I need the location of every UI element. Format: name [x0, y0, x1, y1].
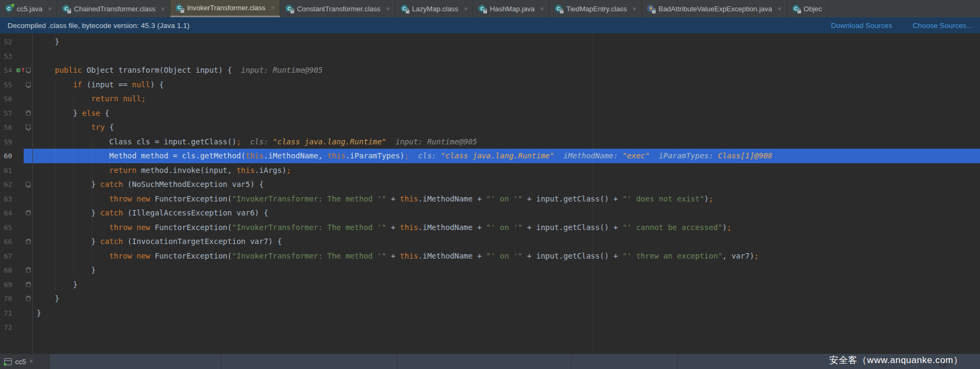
code-line-57[interactable]: 57 } else {: [0, 106, 980, 121]
tab-close-icon[interactable]: ×: [540, 5, 544, 13]
line-number: 70: [4, 295, 12, 303]
code-line-61[interactable]: 61 return method.invoke(input, this.iArg…: [0, 163, 980, 178]
gutter-line-60: 60: [0, 149, 32, 163]
code-line-64[interactable]: 64 } catch (IllegalAccessException var6)…: [0, 206, 980, 220]
fold-end-icon[interactable]: [26, 282, 31, 287]
code-line-62[interactable]: 62 } catch (NoSuchMethodException var5) …: [0, 177, 980, 192]
code-lines: 52 }5354↑ public Object transform(Object…: [0, 33, 980, 335]
bar-divider: [571, 354, 572, 369]
gutter-line-72: 72: [0, 320, 32, 335]
code-text: try {: [32, 120, 114, 135]
choose-sources-link[interactable]: Choose Sources...: [913, 22, 972, 30]
fold-end-icon[interactable]: [26, 239, 31, 244]
code-line-65[interactable]: 65 throw new FunctorException("InvokerTr…: [0, 220, 980, 235]
bar-divider: [677, 354, 678, 369]
code-text: Method method = cls.getMethod(this.iMeth…: [32, 149, 773, 163]
code-line-58[interactable]: 58 try {: [0, 120, 980, 135]
fold-end-icon[interactable]: [26, 110, 31, 115]
fold-end-icon[interactable]: [26, 296, 31, 301]
java-class-icon: C: [175, 4, 184, 12]
gutter-separator: [32, 33, 33, 354]
gutter-line-56: 56: [0, 92, 32, 106]
gutter-line-55: 55: [0, 78, 32, 92]
editor-tab-badattributevalueexpexception-java[interactable]: BadAttributeValueExpException.java×: [642, 0, 787, 17]
code-text: throw new FunctorException("InvokerTrans…: [32, 249, 759, 263]
editor-tab-objec[interactable]: CObjec: [787, 0, 828, 17]
lock-icon: [483, 10, 487, 13]
code-line-67[interactable]: 67 throw new FunctorException("InvokerTr…: [0, 249, 980, 263]
editor-tab-tiedmapentry-class[interactable]: CTiedMapEntry.class×: [550, 0, 642, 17]
fold-end-icon[interactable]: [26, 268, 31, 273]
code-line-54[interactable]: 54↑ public Object transform(Object input…: [0, 63, 980, 78]
line-number: 62: [4, 180, 12, 189]
gutter-line-65: 65: [0, 220, 32, 235]
download-sources-link[interactable]: Download Sources: [831, 22, 892, 30]
fold-expanded-icon[interactable]: [26, 68, 31, 73]
code-editor[interactable]: 52 }5354↑ public Object transform(Object…: [0, 33, 980, 354]
editor-tab-cc5-java[interactable]: Ccc5.java×: [0, 0, 57, 17]
fold-expanded-icon[interactable]: [26, 82, 31, 87]
override-method-icon[interactable]: ↑: [16, 67, 25, 74]
editor-tab-invokertransformer-class[interactable]: CInvokerTransformer.class×: [170, 0, 280, 17]
line-number: 52: [4, 38, 12, 46]
line-number: 53: [4, 52, 12, 60]
tab-close-icon[interactable]: ×: [464, 5, 468, 13]
java-class-icon: C: [400, 4, 409, 13]
tab-close-icon[interactable]: ×: [48, 5, 52, 13]
right-margin-guide: [593, 33, 593, 354]
watermark-text: 安全客（www.anquanke.com）: [829, 354, 963, 366]
code-line-71[interactable]: 71}: [0, 306, 980, 321]
code-line-56[interactable]: 56 return null;: [0, 92, 980, 106]
tab-label: cc5.java: [17, 5, 43, 13]
editor-tab-chainedtransformer-class[interactable]: CChainedTransformer.class×: [57, 0, 170, 17]
code-text: if (input == null) {: [32, 78, 164, 92]
gutter-line-61: 61: [0, 163, 32, 178]
code-line-66[interactable]: 66 } catch (InvocationTargetException va…: [0, 234, 980, 249]
java-class-icon: C: [792, 4, 801, 13]
code-text: }: [32, 306, 41, 321]
lock-icon: [406, 10, 409, 13]
code-line-63[interactable]: 63 throw new FunctorException("InvokerTr…: [0, 192, 980, 206]
code-line-68[interactable]: 68 }: [0, 263, 980, 277]
editor-tab-hashmap-java[interactable]: CHashMap.java×: [473, 0, 550, 17]
gutter-line-63: 63: [0, 192, 32, 206]
tab-close-icon[interactable]: ×: [633, 5, 637, 13]
code-line-70[interactable]: 70 }: [0, 291, 980, 306]
lock-icon: [652, 10, 656, 13]
decompiler-notification-bar: Decompiled .class file, bytecode version…: [0, 17, 980, 33]
fold-end-icon[interactable]: [26, 211, 31, 215]
code-line-53[interactable]: 53: [0, 49, 980, 64]
line-number: 58: [4, 123, 12, 131]
gutter-line-62: 62: [0, 177, 32, 192]
code-line-59[interactable]: 59 Class cls = input.getClass(); cls: "c…: [0, 135, 980, 149]
gutter-line-69: 69: [0, 277, 32, 292]
tab-close-icon[interactable]: ×: [271, 4, 275, 12]
editor-tab-lazymap-class[interactable]: CLazyMap.class×: [395, 0, 474, 17]
lock-icon: [560, 10, 564, 13]
tab-close-icon[interactable]: ×: [386, 5, 390, 13]
line-number: 64: [4, 209, 12, 217]
debug-tab-close-icon[interactable]: ×: [29, 358, 33, 365]
gutter-line-70: 70: [0, 291, 32, 306]
tab-label: ChainedTransformer.class: [74, 5, 155, 13]
editor-tab-constanttransformer-class[interactable]: CConstantTransformer.class×: [280, 0, 395, 17]
tab-label: TiedMapEntry.class: [566, 5, 627, 13]
line-number: 59: [4, 137, 12, 145]
line-number: 61: [4, 166, 12, 174]
java-class-icon: C: [285, 4, 294, 13]
debug-console-tab[interactable]: cc5 ×: [0, 354, 50, 369]
gutter-line-68: 68: [0, 263, 32, 277]
code-text: } catch (NoSuchMethodException var5) {: [32, 177, 263, 192]
fold-expanded-icon[interactable]: [26, 182, 31, 187]
code-line-52[interactable]: 52 }: [0, 34, 980, 49]
code-line-72[interactable]: 72: [0, 320, 980, 335]
code-text: public Object transform(Object input) { …: [32, 63, 323, 78]
tab-close-icon[interactable]: ×: [777, 5, 782, 13]
gutter-line-53: 53: [0, 49, 32, 64]
code-line-55[interactable]: 55 if (input == null) {: [0, 78, 980, 92]
code-text: } else {: [32, 106, 109, 121]
code-line-69[interactable]: 69 }: [0, 277, 980, 292]
fold-expanded-icon[interactable]: [26, 125, 31, 130]
code-line-60[interactable]: 60 Method method = cls.getMethod(this.iM…: [0, 149, 980, 163]
tab-close-icon[interactable]: ×: [161, 5, 165, 13]
